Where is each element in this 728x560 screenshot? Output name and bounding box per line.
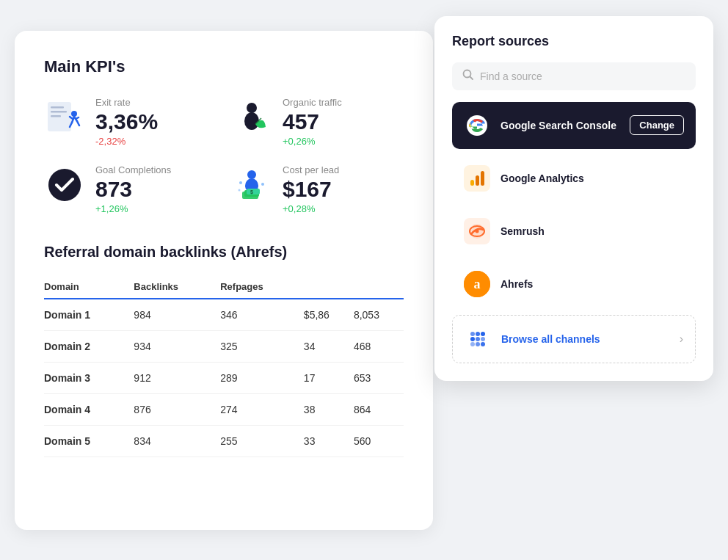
svg-line-10: [76, 117, 79, 119]
table-cell: 560: [354, 425, 404, 457]
kpi-cost-per-lead-change: +0,28%: [283, 203, 339, 214]
svg-point-22: [261, 183, 264, 186]
organic-traffic-icon: [231, 97, 272, 138]
kpi-goal-completions-value: 873: [95, 177, 171, 201]
col-extra2: [354, 275, 404, 299]
svg-point-11: [247, 103, 257, 113]
svg-point-12: [244, 112, 259, 130]
table-cell: Domain 3: [44, 362, 134, 393]
svg-rect-27: [470, 180, 474, 186]
table-cell: 34: [304, 330, 354, 362]
cost-per-lead-icon: $: [231, 164, 272, 206]
svg-rect-1: [51, 106, 64, 109]
svg-point-15: [247, 170, 256, 179]
svg-text:$: $: [250, 189, 253, 195]
svg-line-8: [77, 121, 79, 126]
source-item-ahrefs[interactable]: a Ahrefs: [452, 261, 696, 308]
svg-line-25: [470, 76, 473, 79]
kpi-cost-per-lead-data: Cost per lead $167 +0,28%: [283, 164, 339, 214]
table-cell: 984: [134, 299, 220, 331]
source-search-input[interactable]: [480, 70, 685, 82]
chevron-right-icon: ›: [680, 332, 683, 346]
google-analytics-name: Google Analytics: [500, 172, 684, 184]
table-cell: $5,86: [304, 299, 354, 331]
table-cell: 255: [220, 425, 304, 457]
report-sources-panel: Report sources: [434, 16, 713, 381]
svg-point-35: [470, 332, 475, 336]
google-search-console-name: Google Search Console: [500, 120, 619, 131]
svg-point-42: [476, 342, 480, 346]
svg-point-37: [481, 332, 485, 336]
page-container: Main KPI's: [15, 16, 713, 545]
svg-point-39: [476, 337, 480, 341]
svg-rect-3: [51, 115, 61, 117]
table-cell: 17: [304, 362, 354, 393]
svg-point-32: [476, 229, 479, 233]
svg-point-41: [470, 342, 475, 346]
col-domain: Domain: [44, 275, 134, 299]
kpi-organic-traffic-value: 457: [283, 109, 342, 134]
kpi-exit-rate-data: Exit rate 3,36% -2,32%: [95, 97, 158, 147]
referral-table: Domain Backlinks Refpages Domain 1984346…: [44, 275, 404, 457]
table-cell: 468: [354, 330, 404, 362]
kpi-goal-completions-change: +1,26%: [95, 203, 171, 214]
table-row: Domain 391228917653: [44, 362, 404, 393]
kpi-goal-completions-data: Goal Completions 873 +1,26%: [95, 164, 171, 214]
svg-point-36: [476, 332, 480, 336]
main-dashboard-card: Main KPI's: [15, 31, 433, 530]
table-cell: 325: [220, 330, 304, 362]
table-row: Domain 583425533560: [44, 425, 404, 457]
col-extra1: [304, 275, 354, 299]
browse-all-channels-button[interactable]: Browse all channels ›: [452, 315, 696, 363]
col-refpages: Refpages: [220, 275, 304, 299]
table-cell: Domain 4: [44, 393, 134, 425]
semrush-logo: [464, 218, 490, 244]
svg-rect-29: [481, 171, 484, 186]
kpi-exit-rate-label: Exit rate: [95, 97, 158, 108]
google-analytics-logo: [464, 165, 490, 192]
table-row: Domain 487627438864: [44, 393, 404, 425]
source-item-google-analytics[interactable]: Google Analytics: [452, 155, 696, 202]
kpi-organic-traffic-label: Organic traffic: [283, 97, 342, 108]
table-row: Domain 1984346$5,868,053: [44, 299, 404, 331]
source-search-box[interactable]: [452, 62, 696, 90]
table-cell: 289: [220, 362, 304, 393]
kpi-exit-rate-change: -2,32%: [95, 136, 158, 147]
svg-text:a: a: [474, 277, 481, 291]
table-cell: Domain 2: [44, 330, 134, 362]
kpi-grid: Exit rate 3,36% -2,32%: [44, 97, 404, 214]
kpi-cost-per-lead-label: Cost per lead: [283, 164, 339, 175]
kpi-goal-completions-label: Goal Completions: [95, 164, 171, 175]
kpi-organic-traffic-change: +0,26%: [283, 136, 342, 147]
source-item-google-search-console[interactable]: Google Search Console Change: [452, 102, 696, 149]
table-cell: 38: [304, 393, 354, 425]
table-cell: 876: [134, 393, 220, 425]
kpi-cost-per-lead-value: $167: [283, 177, 339, 201]
goal-completions-icon: [44, 164, 85, 206]
kpi-organic-traffic-data: Organic traffic 457 +0,26%: [283, 97, 342, 147]
table-cell: 912: [134, 362, 220, 393]
svg-point-43: [481, 342, 485, 346]
ahrefs-name: Ahrefs: [500, 278, 684, 290]
google-search-console-logo: [464, 112, 490, 139]
table-cell: 864: [354, 393, 404, 425]
table-cell: Domain 5: [44, 425, 134, 457]
kpi-organic-traffic: Organic traffic 457 +0,26%: [231, 97, 404, 147]
svg-point-14: [48, 169, 81, 201]
browse-all-channels-label: Browse all channels: [501, 333, 669, 345]
table-cell: 274: [220, 393, 304, 425]
semrush-name: Semrush: [500, 225, 684, 237]
source-item-semrush[interactable]: Semrush: [452, 208, 696, 255]
table-cell: 33: [304, 425, 354, 457]
table-cell: 834: [134, 425, 220, 457]
referral-section-title: Referral domain backlinks (Ahrefs): [44, 244, 404, 261]
kpi-exit-rate-value: 3,36%: [95, 109, 158, 134]
browse-channels-icon: [465, 326, 491, 352]
table-row: Domain 293432534468: [44, 330, 404, 362]
table-cell: 653: [354, 362, 404, 393]
svg-rect-19: [247, 189, 260, 194]
table-cell: 8,053: [354, 299, 404, 331]
panel-title: Report sources: [452, 34, 696, 49]
change-source-button[interactable]: Change: [630, 115, 684, 135]
svg-point-21: [239, 181, 242, 184]
